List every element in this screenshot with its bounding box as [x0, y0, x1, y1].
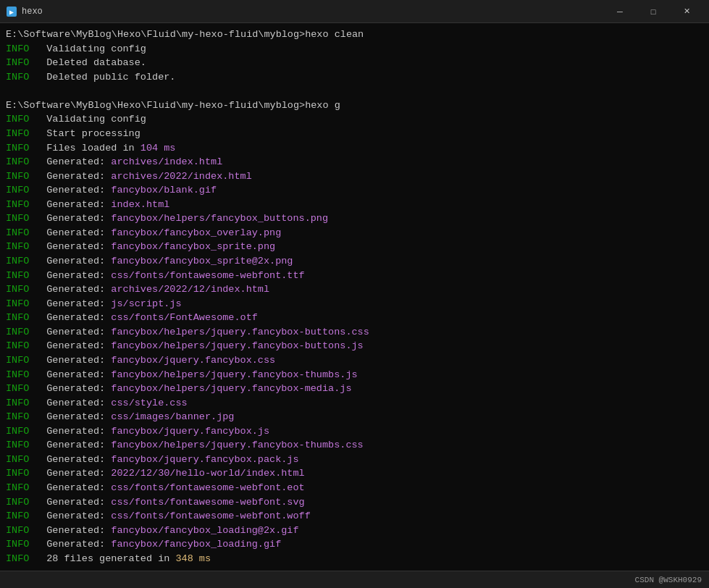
generated-link: archives/index.html	[111, 155, 222, 169]
maximize-button[interactable]: □	[637, 0, 670, 23]
terminal-line: E:\Software\MyBlog\Hexo\Fluid\my-hexo-fl…	[6, 28, 703, 42]
terminal-line: INFO Generated: fancybox/fancybox_sprite…	[6, 240, 703, 254]
minimize-button[interactable]: ─	[603, 0, 637, 23]
command-text: E:\Software\MyBlog\Hexo\Fluid\my-hexo-fl…	[6, 98, 340, 113]
info-label: INFO	[6, 254, 35, 269]
info-prefix: Generated:	[35, 495, 111, 510]
terminal-line: INFO Generated: 2022/12/30/hello-world/i…	[6, 466, 703, 481]
ms-value: 348 ms	[175, 552, 211, 566]
generated-link: archives/2022/index.html	[111, 169, 251, 184]
info-prefix: Generated:	[35, 481, 111, 495]
info-label: INFO	[6, 56, 35, 70]
generated-link: fancybox/fancybox_sprite@2x.png	[111, 254, 293, 269]
terminal-line: INFO Generated: css/fonts/fontawesome-we…	[6, 495, 703, 510]
status-bar: CSDN @WSKH0929	[0, 571, 709, 588]
info-prefix: Generated:	[35, 240, 111, 254]
info-prefix: Generated:	[35, 155, 111, 169]
info-prefix: Generated:	[35, 424, 111, 439]
terminal-line: E:\Software\MyBlog\Hexo\Fluid\my-hexo-fl…	[6, 98, 703, 113]
info-label: INFO	[6, 112, 35, 127]
terminal-line: INFO Generated: css/images/banner.jpg	[6, 410, 703, 424]
terminal-line: INFO Generated: archives/2022/12/index.h…	[6, 282, 703, 297]
info-prefix: Generated:	[35, 183, 111, 198]
info-label: INFO	[6, 211, 35, 226]
info-label: INFO	[6, 410, 35, 424]
generated-link: 104 ms	[140, 141, 176, 156]
generated-link: fancybox/helpers/jquery.fancybox-media.j…	[111, 382, 351, 396]
info-prefix: Generated:	[35, 368, 111, 382]
info-prefix: 28 files generated in	[35, 552, 175, 566]
terminal-line: INFO Generated: fancybox/helpers/jquery.…	[6, 438, 703, 453]
generated-link: fancybox/fancybox_loading@2x.gif	[111, 524, 298, 538]
terminal-line: INFO Generated: fancybox/helpers/jquery.…	[6, 339, 703, 353]
terminal-line: INFO Generated: fancybox/helpers/fancybo…	[6, 211, 703, 226]
info-prefix: Generated:	[35, 198, 111, 212]
generated-link: fancybox/helpers/jquery.fancybox-thumbs.…	[111, 368, 357, 382]
generated-link: fancybox/fancybox_loading.gif	[111, 537, 281, 552]
info-label: INFO	[6, 282, 35, 297]
generated-link: fancybox/jquery.fancybox.js	[111, 424, 269, 439]
info-text: Deleted database.	[35, 56, 146, 70]
terminal-line: INFO Generated: fancybox/helpers/jquery.…	[6, 382, 703, 396]
close-button[interactable]: ✕	[670, 0, 703, 23]
generated-link: index.html	[111, 198, 169, 212]
info-label: INFO	[6, 495, 35, 510]
info-prefix: Generated:	[35, 226, 111, 240]
info-label: INFO	[6, 198, 35, 212]
terminal-line: INFO Generated: fancybox/blank.gif	[6, 183, 703, 198]
info-label: INFO	[6, 141, 35, 156]
info-text: Validating config	[35, 112, 146, 127]
terminal-line: INFO Deleted database.	[6, 56, 703, 70]
info-prefix: Generated:	[35, 297, 111, 311]
info-label: INFO	[6, 70, 35, 85]
status-text: CSDN @WSKH0929	[635, 576, 702, 584]
generated-link: fancybox/blank.gif	[111, 183, 217, 198]
info-label: INFO	[6, 297, 35, 311]
generated-link: css/fonts/fontawesome-webfont.woff	[111, 509, 310, 524]
generated-link: fancybox/helpers/jquery.fancybox-thumbs.…	[111, 438, 363, 453]
info-label: INFO	[6, 509, 35, 524]
terminal-line: INFO Generated: css/fonts/fontawesome-we…	[6, 481, 703, 495]
info-label: INFO	[6, 438, 35, 453]
terminal-line: INFO Generated: fancybox/fancybox_loadin…	[6, 524, 703, 538]
generated-link: css/images/banner.jpg	[111, 410, 234, 424]
terminal-line: INFO Generated: fancybox/helpers/jquery.…	[6, 368, 703, 382]
window-title: hexo	[22, 7, 603, 17]
info-prefix: Generated:	[35, 211, 111, 226]
info-label: INFO	[6, 325, 35, 340]
info-label: INFO	[6, 396, 35, 411]
generated-link: fancybox/jquery.fancybox.pack.js	[111, 453, 298, 467]
info-prefix: Generated:	[35, 466, 111, 481]
window-controls: ─ □ ✕	[603, 0, 703, 23]
info-label: INFO	[6, 155, 35, 169]
info-label: INFO	[6, 269, 35, 283]
info-label: INFO	[6, 453, 35, 467]
generated-link: fancybox/jquery.fancybox.css	[111, 353, 275, 368]
terminal-line: INFO Generated: css/fonts/fontawesome-we…	[6, 509, 703, 524]
generated-link: archives/2022/12/index.html	[111, 282, 269, 297]
generated-link: css/fonts/fontawesome-webfont.eot	[111, 481, 304, 495]
terminal-line: INFO Generated: fancybox/jquery.fancybox…	[6, 424, 703, 439]
info-prefix: Generated:	[35, 169, 111, 184]
info-prefix: Generated:	[35, 382, 111, 396]
terminal-line	[6, 566, 703, 571]
terminal-line	[6, 84, 703, 98]
info-label: INFO	[6, 183, 35, 198]
generated-link: fancybox/helpers/jquery.fancybox-buttons…	[111, 325, 369, 340]
terminal-output: E:\Software\MyBlog\Hexo\Fluid\my-hexo-fl…	[0, 23, 709, 571]
terminal-line: INFO Validating config	[6, 112, 703, 127]
info-label: INFO	[6, 424, 35, 439]
info-label: INFO	[6, 481, 35, 495]
terminal-line: INFO Generated: index.html	[6, 198, 703, 212]
info-prefix: Generated:	[35, 282, 111, 297]
info-label: INFO	[6, 226, 35, 240]
terminal-line: INFO Generated: fancybox/fancybox_overla…	[6, 226, 703, 240]
info-prefix: Files loaded in	[35, 141, 140, 156]
info-label: INFO	[6, 127, 35, 141]
info-prefix: Generated:	[35, 524, 111, 538]
terminal-line: INFO Generated: css/fonts/FontAwesome.ot…	[6, 311, 703, 325]
info-prefix: Generated:	[35, 537, 111, 552]
info-prefix: Generated:	[35, 509, 111, 524]
info-label: INFO	[6, 42, 35, 56]
generated-link: css/style.css	[111, 396, 187, 411]
